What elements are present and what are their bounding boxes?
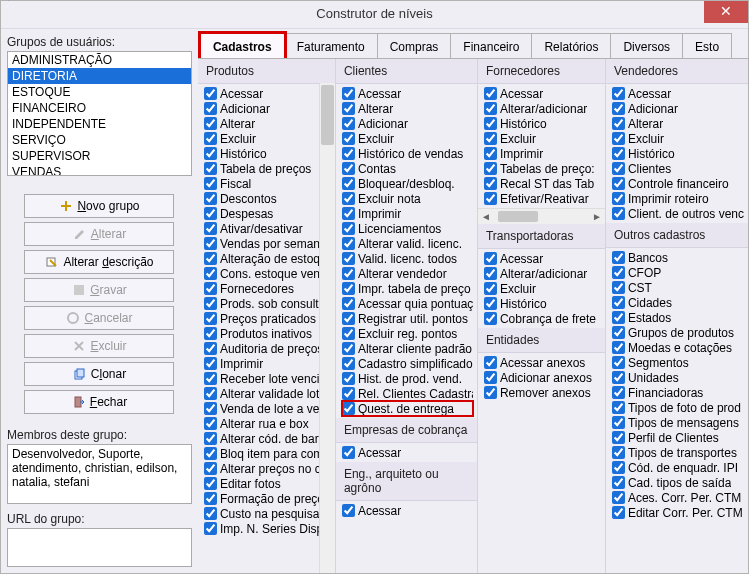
perm-row[interactable]: Contas [342,161,473,176]
perm-checkbox[interactable] [612,147,625,160]
perm-row[interactable]: Tipos de foto de prod [612,400,744,415]
perm-checkbox[interactable] [204,327,217,340]
tab-faturamento[interactable]: Faturamento [284,33,378,59]
perm-checkbox[interactable] [204,402,217,415]
perm-checkbox[interactable] [204,87,217,100]
perm-checkbox[interactable] [342,327,355,340]
perm-checkbox[interactable] [342,372,355,385]
perm-row[interactable]: Histórico [612,146,744,161]
perm-checkbox[interactable] [204,297,217,310]
perm-checkbox[interactable] [612,326,625,339]
perm-row[interactable]: Alterar preços no ca [204,461,331,476]
url-box[interactable] [7,528,192,567]
tab-cadastros[interactable]: Cadastros [200,33,285,59]
perm-row[interactable]: Quest. de entrega [342,401,473,416]
perm-row[interactable]: Recal ST das Tab [484,176,601,191]
fechar-button[interactable]: Fechar [24,390,174,414]
perm-checkbox[interactable] [342,87,355,100]
perm-row[interactable]: Grupos de produtos [612,325,744,340]
perm-row[interactable]: Alterar cliente padrão [342,341,473,356]
perm-checkbox[interactable] [204,237,217,250]
perm-row[interactable]: Auditoria de preços [204,341,331,356]
group-item[interactable]: SUPERVISOR [8,148,191,164]
tab-compras[interactable]: Compras [377,33,452,59]
perm-checkbox[interactable] [342,357,355,370]
perm-row[interactable]: Histórico [484,116,601,131]
perm-checkbox[interactable] [342,237,355,250]
perm-row[interactable]: Produtos inativos [204,326,331,341]
perm-row[interactable]: Alterar vendedor [342,266,473,281]
perm-row[interactable]: Vendas por semana [204,236,331,251]
perm-checkbox[interactable] [484,371,497,384]
gravar-button[interactable]: Gravar [24,278,174,302]
perm-checkbox[interactable] [612,251,625,264]
perm-checkbox[interactable] [612,266,625,279]
perm-checkbox[interactable] [204,267,217,280]
perm-checkbox[interactable] [204,507,217,520]
perm-checkbox[interactable] [484,386,497,399]
perm-checkbox[interactable] [484,162,497,175]
perm-row[interactable]: Impr. tabela de preço [342,281,473,296]
perm-row[interactable]: Acessar anexos [484,355,601,370]
perm-row[interactable]: Perfil de Clientes [612,430,744,445]
perm-row[interactable]: Financiadoras [612,385,744,400]
perm-row[interactable]: Histórico [484,296,601,311]
perm-checkbox[interactable] [342,192,355,205]
perm-checkbox[interactable] [204,432,217,445]
perm-checkbox[interactable] [612,431,625,444]
perm-checkbox[interactable] [204,417,217,430]
perm-checkbox[interactable] [612,506,625,519]
perm-checkbox[interactable] [342,132,355,145]
perm-row[interactable]: Bloquear/desbloq. [342,176,473,191]
perm-checkbox[interactable] [612,207,625,220]
perm-row[interactable]: Bloq item para comp [204,446,331,461]
perm-row[interactable]: Editar Corr. Per. CTM [612,505,744,520]
perm-checkbox[interactable] [484,267,497,280]
clonar-button[interactable]: Clonar [24,362,174,386]
perm-row[interactable]: Editar fotos [204,476,331,491]
perm-row[interactable]: Histórico de vendas [342,146,473,161]
perm-checkbox[interactable] [612,311,625,324]
perm-checkbox[interactable] [612,132,625,145]
perm-checkbox[interactable] [484,192,497,205]
perm-row[interactable]: Alterar [204,116,331,131]
scrollbar[interactable] [319,83,335,573]
perm-checkbox[interactable] [342,282,355,295]
perm-row[interactable]: CST [612,280,744,295]
perm-row[interactable]: Cód. de enquadr. IPI [612,460,744,475]
perm-row[interactable]: Descontos [204,191,331,206]
perm-checkbox[interactable] [342,446,355,459]
perm-row[interactable]: Excluir [342,131,473,146]
perm-checkbox[interactable] [204,477,217,490]
group-item[interactable]: ESTOQUE [8,84,191,100]
perm-row[interactable]: Aces. Corr. Per. CTM [612,490,744,505]
tab-esto[interactable]: Esto [682,33,732,59]
perm-row[interactable]: Controle financeiro [612,176,744,191]
perm-row[interactable]: Venda de lote a ven [204,401,331,416]
perm-row[interactable]: Acessar [342,445,473,460]
group-item[interactable]: SERVIÇO [8,132,191,148]
perm-checkbox[interactable] [204,447,217,460]
group-item[interactable]: DIRETORIA [8,68,191,84]
perm-checkbox[interactable] [342,117,355,130]
perm-row[interactable]: Rel. Clientes Cadastra [342,386,473,401]
alterar-button[interactable]: Alterar [24,222,174,246]
perm-row[interactable]: Fornecedores [204,281,331,296]
perm-checkbox[interactable] [204,462,217,475]
perm-checkbox[interactable] [342,342,355,355]
group-item[interactable]: INDEPENDENTE [8,116,191,132]
perm-checkbox[interactable] [342,147,355,160]
perm-checkbox[interactable] [484,356,497,369]
perm-row[interactable]: Alterar [612,116,744,131]
perm-row[interactable]: Acessar [484,251,601,266]
perm-checkbox[interactable] [204,117,217,130]
perm-checkbox[interactable] [204,162,217,175]
perm-checkbox[interactable] [204,207,217,220]
perm-row[interactable]: Excluir [204,131,331,146]
perm-checkbox[interactable] [612,491,625,504]
perm-checkbox[interactable] [204,357,217,370]
perm-row[interactable]: Acessar [484,86,601,101]
perm-checkbox[interactable] [204,132,217,145]
perm-checkbox[interactable] [612,341,625,354]
perm-checkbox[interactable] [484,177,497,190]
